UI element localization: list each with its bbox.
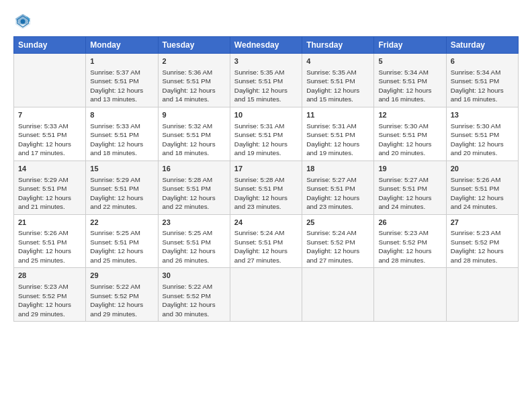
day-number: 7: [18, 110, 81, 120]
calendar-cell: 28Sunrise: 5:23 AM Sunset: 5:52 PM Dayli…: [14, 268, 86, 322]
day-number: 11: [306, 110, 369, 120]
day-info: Sunrise: 5:27 AM Sunset: 5:51 PM Dayligh…: [378, 176, 431, 211]
calendar-cell: 9Sunrise: 5:32 AM Sunset: 5:51 PM Daylig…: [158, 107, 230, 161]
day-info: Sunrise: 5:30 AM Sunset: 5:51 PM Dayligh…: [378, 122, 431, 157]
header-row: SundayMondayTuesdayWednesdayThursdayFrid…: [14, 37, 519, 54]
calendar-cell: [446, 268, 518, 322]
day-info: Sunrise: 5:22 AM Sunset: 5:52 PM Dayligh…: [90, 283, 143, 318]
day-number: 25: [306, 218, 369, 228]
day-info: Sunrise: 5:35 AM Sunset: 5:51 PM Dayligh…: [306, 68, 359, 103]
day-info: Sunrise: 5:26 AM Sunset: 5:51 PM Dayligh…: [18, 229, 71, 264]
day-info: Sunrise: 5:24 AM Sunset: 5:51 PM Dayligh…: [234, 229, 287, 264]
day-info: Sunrise: 5:23 AM Sunset: 5:52 PM Dayligh…: [451, 229, 504, 264]
calendar-cell: 20Sunrise: 5:26 AM Sunset: 5:51 PM Dayli…: [446, 161, 518, 214]
day-info: Sunrise: 5:23 AM Sunset: 5:52 PM Dayligh…: [18, 283, 71, 318]
calendar-cell: 19Sunrise: 5:27 AM Sunset: 5:51 PM Dayli…: [374, 161, 446, 214]
day-number: 24: [234, 218, 298, 228]
day-number: 18: [306, 164, 369, 174]
day-number: 27: [451, 218, 514, 228]
calendar-cell: 4Sunrise: 5:35 AM Sunset: 5:51 PM Daylig…: [302, 54, 374, 107]
day-info: Sunrise: 5:35 AM Sunset: 5:51 PM Dayligh…: [234, 68, 287, 103]
day-info: Sunrise: 5:34 AM Sunset: 5:51 PM Dayligh…: [378, 68, 431, 103]
calendar-cell: [230, 268, 302, 322]
col-header-thursday: Thursday: [302, 37, 374, 54]
header-area: [13, 12, 519, 31]
day-info: Sunrise: 5:28 AM Sunset: 5:51 PM Dayligh…: [234, 176, 287, 211]
day-number: 10: [234, 110, 298, 120]
day-info: Sunrise: 5:25 AM Sunset: 5:51 PM Dayligh…: [90, 229, 143, 264]
logo-icon: [13, 12, 32, 31]
day-number: 5: [378, 56, 441, 66]
calendar-cell: 17Sunrise: 5:28 AM Sunset: 5:51 PM Dayli…: [230, 161, 302, 214]
calendar-cell: 15Sunrise: 5:29 AM Sunset: 5:51 PM Dayli…: [86, 161, 158, 214]
day-number: 16: [163, 164, 226, 174]
calendar-cell: 11Sunrise: 5:31 AM Sunset: 5:51 PM Dayli…: [302, 107, 374, 161]
calendar-cell: 5Sunrise: 5:34 AM Sunset: 5:51 PM Daylig…: [374, 54, 446, 107]
col-header-saturday: Saturday: [446, 37, 518, 54]
calendar-cell: 27Sunrise: 5:23 AM Sunset: 5:52 PM Dayli…: [446, 214, 518, 268]
week-row-5: 28Sunrise: 5:23 AM Sunset: 5:52 PM Dayli…: [14, 268, 519, 322]
day-info: Sunrise: 5:23 AM Sunset: 5:52 PM Dayligh…: [378, 229, 431, 264]
day-number: 26: [378, 218, 441, 228]
calendar-table: SundayMondayTuesdayWednesdayThursdayFrid…: [13, 36, 519, 322]
day-number: 13: [451, 110, 514, 120]
day-number: 19: [378, 164, 441, 174]
calendar-cell: 29Sunrise: 5:22 AM Sunset: 5:52 PM Dayli…: [86, 268, 158, 322]
col-header-monday: Monday: [86, 37, 158, 54]
calendar-cell: 7Sunrise: 5:33 AM Sunset: 5:51 PM Daylig…: [14, 107, 86, 161]
calendar-cell: [14, 54, 86, 107]
day-number: 23: [163, 218, 226, 228]
day-number: 15: [90, 164, 153, 174]
day-info: Sunrise: 5:33 AM Sunset: 5:51 PM Dayligh…: [18, 122, 71, 157]
calendar-cell: 30Sunrise: 5:22 AM Sunset: 5:52 PM Dayli…: [158, 268, 230, 322]
day-info: Sunrise: 5:31 AM Sunset: 5:51 PM Dayligh…: [306, 122, 359, 157]
day-info: Sunrise: 5:36 AM Sunset: 5:51 PM Dayligh…: [163, 68, 216, 103]
day-number: 2: [163, 56, 226, 66]
day-info: Sunrise: 5:27 AM Sunset: 5:51 PM Dayligh…: [306, 176, 359, 211]
calendar-cell: 23Sunrise: 5:25 AM Sunset: 5:51 PM Dayli…: [158, 214, 230, 268]
day-number: 4: [306, 56, 369, 66]
day-number: 14: [18, 164, 81, 174]
week-row-2: 7Sunrise: 5:33 AM Sunset: 5:51 PM Daylig…: [14, 107, 519, 161]
day-info: Sunrise: 5:22 AM Sunset: 5:52 PM Dayligh…: [163, 283, 216, 318]
day-info: Sunrise: 5:32 AM Sunset: 5:51 PM Dayligh…: [163, 122, 216, 157]
col-header-wednesday: Wednesday: [230, 37, 302, 54]
svg-point-3: [21, 19, 26, 24]
calendar-cell: 14Sunrise: 5:29 AM Sunset: 5:51 PM Dayli…: [14, 161, 86, 214]
week-row-4: 21Sunrise: 5:26 AM Sunset: 5:51 PM Dayli…: [14, 214, 519, 268]
day-info: Sunrise: 5:33 AM Sunset: 5:51 PM Dayligh…: [90, 122, 143, 157]
col-header-sunday: Sunday: [14, 37, 86, 54]
logo: [13, 12, 35, 31]
day-info: Sunrise: 5:31 AM Sunset: 5:51 PM Dayligh…: [234, 122, 287, 157]
day-info: Sunrise: 5:37 AM Sunset: 5:51 PM Dayligh…: [90, 68, 143, 103]
calendar-cell: 6Sunrise: 5:34 AM Sunset: 5:51 PM Daylig…: [446, 54, 518, 107]
day-number: 3: [234, 56, 298, 66]
day-info: Sunrise: 5:34 AM Sunset: 5:51 PM Dayligh…: [451, 68, 504, 103]
day-number: 1: [90, 56, 153, 66]
calendar-cell: 21Sunrise: 5:26 AM Sunset: 5:51 PM Dayli…: [14, 214, 86, 268]
calendar-cell: 12Sunrise: 5:30 AM Sunset: 5:51 PM Dayli…: [374, 107, 446, 161]
col-header-friday: Friday: [374, 37, 446, 54]
day-number: 30: [163, 271, 226, 281]
day-info: Sunrise: 5:25 AM Sunset: 5:51 PM Dayligh…: [163, 229, 216, 264]
day-number: 17: [234, 164, 298, 174]
calendar-cell: 3Sunrise: 5:35 AM Sunset: 5:51 PM Daylig…: [230, 54, 302, 107]
calendar-cell: 22Sunrise: 5:25 AM Sunset: 5:51 PM Dayli…: [86, 214, 158, 268]
day-number: 12: [378, 110, 441, 120]
calendar-cell: 10Sunrise: 5:31 AM Sunset: 5:51 PM Dayli…: [230, 107, 302, 161]
calendar-cell: 2Sunrise: 5:36 AM Sunset: 5:51 PM Daylig…: [158, 54, 230, 107]
day-number: 20: [451, 164, 514, 174]
day-info: Sunrise: 5:30 AM Sunset: 5:51 PM Dayligh…: [451, 122, 504, 157]
week-row-1: 1Sunrise: 5:37 AM Sunset: 5:51 PM Daylig…: [14, 54, 519, 107]
day-info: Sunrise: 5:28 AM Sunset: 5:51 PM Dayligh…: [163, 176, 216, 211]
day-info: Sunrise: 5:29 AM Sunset: 5:51 PM Dayligh…: [18, 176, 71, 211]
week-row-3: 14Sunrise: 5:29 AM Sunset: 5:51 PM Dayli…: [14, 161, 519, 214]
day-number: 8: [90, 110, 153, 120]
calendar-cell: 24Sunrise: 5:24 AM Sunset: 5:51 PM Dayli…: [230, 214, 302, 268]
day-number: 28: [18, 271, 81, 281]
calendar-cell: 13Sunrise: 5:30 AM Sunset: 5:51 PM Dayli…: [446, 107, 518, 161]
day-info: Sunrise: 5:29 AM Sunset: 5:51 PM Dayligh…: [90, 176, 143, 211]
day-number: 22: [90, 218, 153, 228]
calendar-cell: [302, 268, 374, 322]
col-header-tuesday: Tuesday: [158, 37, 230, 54]
